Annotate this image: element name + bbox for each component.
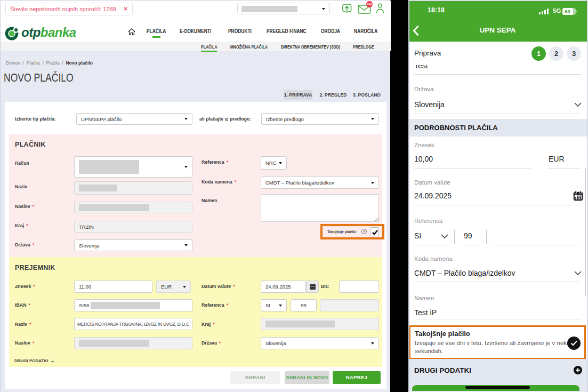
svg-text:63: 63: [565, 9, 570, 14]
svg-text:999: 999: [367, 3, 372, 6]
